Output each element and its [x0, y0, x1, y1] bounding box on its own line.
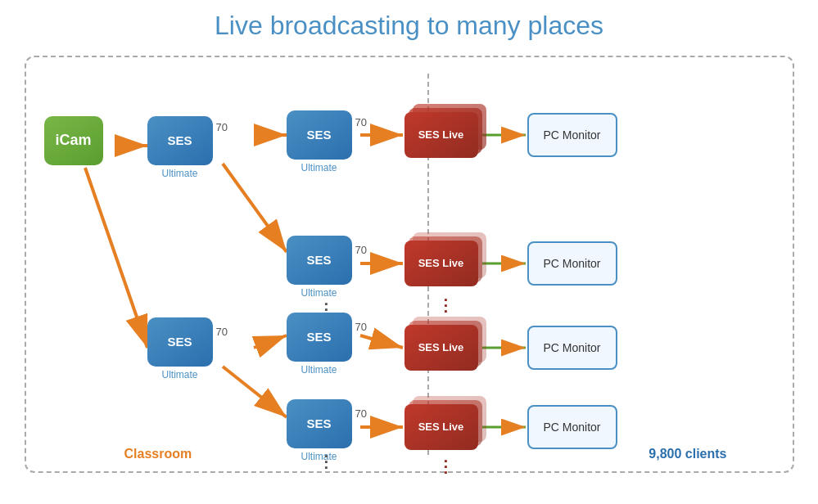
- diagram: iCam SES Ultimate 70 SES Ultimate 70: [25, 56, 794, 473]
- ses3-node: SES Ultimate: [287, 236, 352, 299]
- svg-line-6: [223, 367, 287, 417]
- ses2-node: SES Ultimate: [287, 110, 352, 173]
- dots-live-bottom: ⋮: [437, 460, 454, 473]
- ses5-node: SES Ultimate: [287, 313, 352, 376]
- main-container: Live broadcasting to many places: [16, 11, 802, 493]
- ses5-box: SES: [287, 313, 352, 362]
- icam-box: iCam: [44, 116, 103, 165]
- dots-live-middle: ⋮: [437, 299, 454, 312]
- count-label-1: 70: [216, 121, 228, 133]
- svg-line-5: [254, 335, 287, 348]
- pc1-box: PC Monitor: [527, 113, 617, 157]
- count-label-3: 70: [355, 244, 367, 256]
- live2-node: SES Live: [404, 241, 478, 286]
- svg-line-2: [85, 168, 147, 348]
- classroom-label: Classroom: [124, 447, 192, 461]
- ses2-box: SES: [287, 110, 352, 160]
- live3-node: SES Live: [404, 325, 478, 371]
- ses1-node: SES Ultimate: [147, 116, 213, 179]
- count-label-6: 70: [355, 407, 367, 420]
- count-label-5: 70: [355, 321, 367, 333]
- page-title: Live broadcasting to many places: [215, 11, 603, 41]
- ses6-box: SES: [287, 399, 352, 448]
- pc4-box: PC Monitor: [527, 405, 617, 449]
- pc4-node: PC Monitor: [527, 405, 617, 449]
- live1-node: SES Live: [404, 112, 478, 158]
- svg-line-4: [223, 164, 287, 252]
- ses4-node: SES Ultimate: [147, 317, 213, 380]
- live4-node: SES Live: [404, 404, 478, 450]
- ses1-box: SES: [147, 116, 213, 165]
- ses4-box: SES: [147, 317, 213, 367]
- dots-bottom: ⋮: [318, 455, 334, 468]
- pc3-box: PC Monitor: [527, 326, 617, 370]
- icam-node: iCam: [44, 116, 103, 165]
- ses3-box: SES: [287, 236, 352, 285]
- pc2-node: PC Monitor: [527, 241, 617, 286]
- svg-line-9: [360, 335, 403, 348]
- clients-label: 9,800 clients: [649, 447, 726, 461]
- pc1-node: PC Monitor: [527, 113, 617, 157]
- count-label-4: 70: [216, 326, 228, 338]
- pc3-node: PC Monitor: [527, 326, 617, 370]
- count-label-2: 70: [355, 116, 367, 128]
- pc2-box: PC Monitor: [527, 241, 617, 286]
